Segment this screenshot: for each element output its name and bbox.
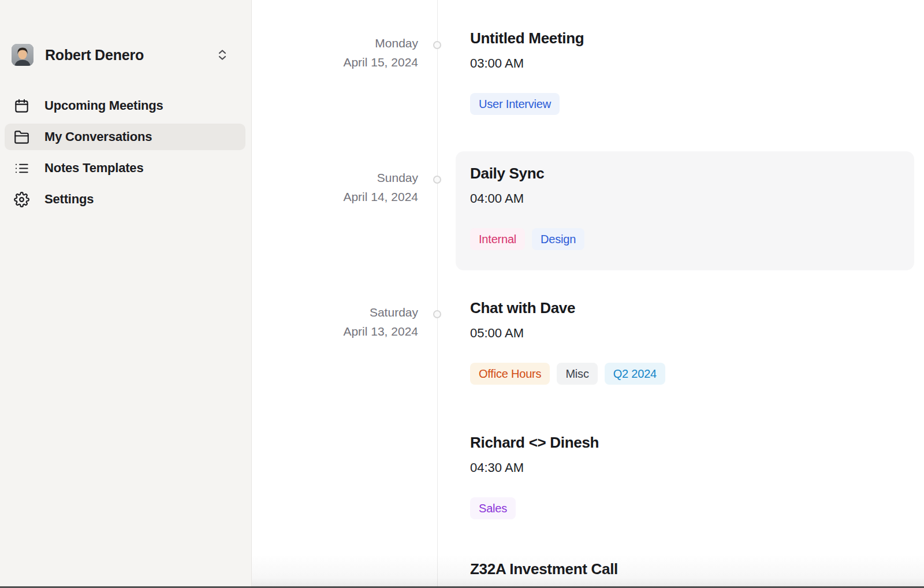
tag-internal[interactable]: Internal [470, 228, 525, 250]
tag-sales[interactable]: Sales [470, 497, 516, 519]
sidebar-item-label: Upcoming Meetings [44, 98, 163, 113]
tag-q2-2024[interactable]: Q2 2024 [605, 363, 665, 385]
date-full: April 14, 2024 [252, 187, 418, 206]
meeting-tags: Internal Design [470, 228, 584, 250]
meeting-title[interactable]: Chat with Dave [470, 299, 665, 317]
sidebar-item-notes-templates[interactable]: Notes Templates [5, 155, 245, 181]
date-weekday: Sunday [252, 168, 418, 187]
date-weekday: Monday [252, 34, 418, 53]
meeting-item[interactable]: Untitled Meeting 03:00 AM User Interview [470, 29, 584, 115]
app-window: Robert Denero Upcoming Meetings [0, 0, 924, 588]
user-name: Robert Denero [45, 47, 215, 64]
date-full: April 15, 2024 [252, 53, 418, 72]
meeting-tags: User Interview [470, 93, 584, 115]
sidebar-item-label: Notes Templates [44, 161, 143, 176]
meeting-tags: Sales [470, 497, 599, 519]
meeting-title[interactable]: Untitled Meeting [470, 29, 584, 47]
date-label: Monday April 15, 2024 [252, 34, 418, 72]
date-label: Saturday April 13, 2024 [252, 303, 418, 341]
chevron-up-down-icon [215, 47, 229, 62]
gear-icon [14, 192, 29, 207]
date-weekday: Saturday [252, 303, 418, 322]
timeline-dot [433, 41, 441, 49]
tag-user-interview[interactable]: User Interview [470, 93, 560, 115]
meeting-item[interactable]: Chat with Dave 05:00 AM Office Hours Mis… [470, 299, 665, 385]
meeting-title[interactable]: Daily Sync [470, 165, 584, 183]
sidebar-item-my-conversations[interactable]: My Conversations [5, 124, 245, 150]
calendar-icon [14, 98, 29, 114]
meeting-time: 04:00 AM [470, 191, 584, 207]
sidebar-item-settings[interactable]: Settings [5, 186, 245, 213]
date-label: Sunday April 14, 2024 [252, 168, 418, 206]
meeting-time: 04:30 AM [470, 460, 599, 476]
date-full: April 13, 2024 [252, 322, 418, 341]
sidebar-nav: Upcoming Meetings My Conversations [5, 92, 245, 217]
meeting-time: 05:00 AM [470, 325, 665, 341]
tag-misc[interactable]: Misc [557, 363, 597, 385]
meeting-item[interactable]: Z32A Investment Call [470, 560, 618, 578]
timeline-dot [433, 310, 441, 318]
meeting-time: 03:00 AM [470, 55, 584, 72]
tag-office-hours[interactable]: Office Hours [470, 363, 550, 385]
sidebar: Robert Denero Upcoming Meetings [0, 0, 252, 588]
timeline-line [437, 0, 438, 588]
meeting-item[interactable]: Daily Sync 04:00 AM Internal Design [470, 165, 584, 250]
meeting-item[interactable]: Richard <> Dinesh 04:30 AM Sales [470, 434, 599, 519]
list-icon [14, 161, 29, 176]
timeline-dot [433, 176, 441, 184]
folder-icon [14, 129, 29, 145]
meeting-title[interactable]: Z32A Investment Call [470, 560, 618, 578]
meeting-tags: Office Hours Misc Q2 2024 [470, 363, 665, 385]
sidebar-item-label: My Conversations [44, 129, 152, 144]
sidebar-item-upcoming-meetings[interactable]: Upcoming Meetings [5, 92, 245, 119]
avatar [12, 44, 33, 66]
tag-design[interactable]: Design [532, 228, 584, 250]
meeting-title[interactable]: Richard <> Dinesh [470, 434, 599, 452]
conversations-timeline: Monday April 15, 2024 Sunday April 14, 2… [252, 0, 924, 588]
account-switcher[interactable]: Robert Denero [12, 43, 243, 67]
sidebar-item-label: Settings [44, 192, 94, 207]
